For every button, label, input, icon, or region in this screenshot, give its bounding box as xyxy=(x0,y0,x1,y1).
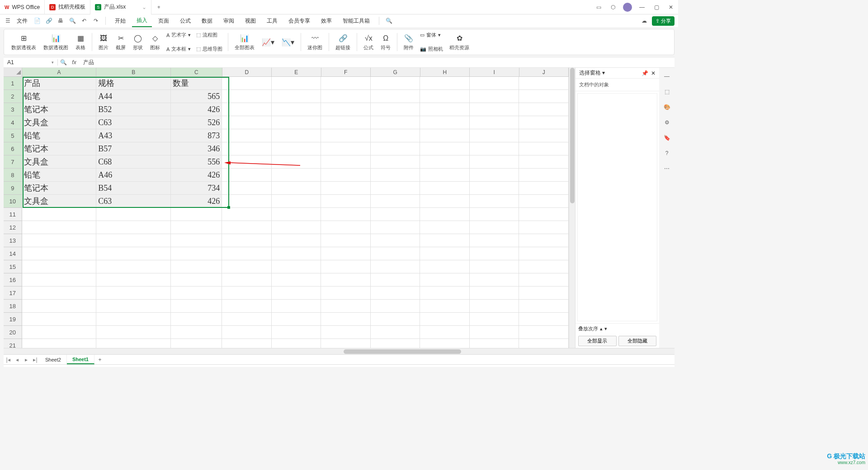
cell[interactable] xyxy=(222,260,272,273)
cell[interactable] xyxy=(371,273,420,287)
cell[interactable] xyxy=(371,221,420,234)
ribbon-mindmap[interactable]: ⬚ 思维导图 xyxy=(196,42,222,56)
sheet-nav-first[interactable]: |◂ xyxy=(4,357,13,363)
cell[interactable] xyxy=(519,129,569,142)
cell[interactable] xyxy=(519,142,569,155)
cell[interactable] xyxy=(371,300,420,313)
cell[interactable]: 文具盒 xyxy=(22,116,97,129)
cell[interactable] xyxy=(96,260,171,273)
hamburger-icon[interactable]: ☰ xyxy=(4,18,12,24)
cell[interactable] xyxy=(420,260,470,273)
hide-all-button[interactable]: 全部隐藏 xyxy=(618,336,657,346)
cell[interactable] xyxy=(96,234,171,247)
cell[interactable] xyxy=(222,195,272,208)
cell[interactable] xyxy=(470,77,519,90)
menutab-start[interactable]: 开始 xyxy=(110,15,130,27)
cell[interactable] xyxy=(222,155,272,169)
cell[interactable] xyxy=(272,247,321,260)
col-header-b[interactable]: B xyxy=(96,68,171,76)
ribbon-icons[interactable]: ◇图标 xyxy=(146,29,164,55)
row-header[interactable]: 21 xyxy=(4,339,22,348)
cell[interactable] xyxy=(470,260,519,273)
cell[interactable] xyxy=(420,103,470,116)
cell[interactable] xyxy=(22,260,97,273)
cell[interactable] xyxy=(321,313,371,326)
cell[interactable] xyxy=(222,169,272,182)
menutab-formula[interactable]: 公式 xyxy=(175,15,195,27)
cell[interactable] xyxy=(519,155,569,169)
cell[interactable] xyxy=(519,300,569,313)
menu-file[interactable]: 文件 xyxy=(14,17,30,25)
cell[interactable] xyxy=(22,300,97,313)
tab-document[interactable]: S 产品.xlsx ⌄ xyxy=(90,0,151,14)
sheet-tab-sheet2[interactable]: Sheet2 xyxy=(40,355,67,364)
cell[interactable] xyxy=(371,339,420,348)
cell[interactable] xyxy=(371,142,420,155)
cell[interactable] xyxy=(519,182,569,195)
cell[interactable] xyxy=(222,287,272,300)
cell[interactable]: 文具盒 xyxy=(22,195,97,208)
cell[interactable] xyxy=(519,247,569,260)
row-header[interactable]: 17 xyxy=(4,287,22,300)
col-header-f[interactable]: F xyxy=(321,68,371,76)
cell[interactable] xyxy=(272,234,321,247)
row-header[interactable]: 10 xyxy=(4,195,22,208)
cell[interactable] xyxy=(171,300,222,313)
move-up-icon[interactable]: ▴ xyxy=(600,326,603,332)
cell[interactable] xyxy=(420,287,470,300)
cell[interactable] xyxy=(519,208,569,221)
cell[interactable] xyxy=(470,287,519,300)
cell[interactable]: 产品 xyxy=(22,77,97,90)
cell[interactable]: A46 xyxy=(96,169,171,182)
cell[interactable] xyxy=(272,182,321,195)
tab-template[interactable]: D 找稻壳模板 xyxy=(45,0,90,14)
ribbon-form[interactable]: ▭ 窗体 ▾ xyxy=(420,28,443,42)
ribbon-camera[interactable]: 📷 照相机 xyxy=(420,42,443,56)
cell[interactable]: C63 xyxy=(96,195,171,208)
cell[interactable] xyxy=(371,208,420,221)
cell[interactable] xyxy=(519,169,569,182)
cell[interactable] xyxy=(321,260,371,273)
ribbon-all-charts[interactable]: 📊全部图表 xyxy=(231,29,258,55)
cell[interactable] xyxy=(321,195,371,208)
cell[interactable] xyxy=(470,221,519,234)
ribbon-screenshot[interactable]: ✂截屏 xyxy=(112,29,129,55)
cell[interactable] xyxy=(222,77,272,90)
ribbon-symbol[interactable]: Ω符号 xyxy=(377,29,394,55)
cell[interactable] xyxy=(222,142,272,155)
cell[interactable] xyxy=(321,182,371,195)
cell[interactable] xyxy=(420,77,470,90)
cell[interactable] xyxy=(222,247,272,260)
row-header[interactable]: 15 xyxy=(4,260,22,273)
cell[interactable]: B52 xyxy=(96,103,171,116)
grid-view-icon[interactable]: ⊞ xyxy=(571,366,579,367)
cell[interactable] xyxy=(420,155,470,169)
cell[interactable] xyxy=(371,195,420,208)
link-icon[interactable]: 🔗 xyxy=(44,16,54,26)
cell[interactable]: 铅笔 xyxy=(22,169,97,182)
cell[interactable] xyxy=(171,260,222,273)
cell[interactable] xyxy=(519,313,569,326)
cell[interactable] xyxy=(171,208,222,221)
horizontal-scrollbar[interactable] xyxy=(4,348,675,354)
tab-dropdown-icon[interactable]: ⌄ xyxy=(142,4,146,10)
ribbon-textbox[interactable]: A 文本框 ▾ xyxy=(166,42,191,56)
row-header[interactable]: 8 xyxy=(4,169,22,182)
cell[interactable] xyxy=(371,129,420,142)
cell[interactable] xyxy=(420,300,470,313)
cell[interactable] xyxy=(171,273,222,287)
cell[interactable] xyxy=(272,142,321,155)
cell[interactable] xyxy=(222,129,272,142)
cell[interactable]: A44 xyxy=(96,90,171,103)
row-header[interactable]: 16 xyxy=(4,273,22,287)
fx-icon[interactable]: fx xyxy=(69,59,80,66)
cell[interactable]: C68 xyxy=(96,155,171,169)
cell[interactable] xyxy=(171,326,222,339)
normal-view-icon[interactable]: ▦ xyxy=(582,366,590,367)
cell[interactable] xyxy=(470,247,519,260)
cell[interactable] xyxy=(272,287,321,300)
minimize-button[interactable]: — xyxy=(635,0,649,14)
row-header[interactable]: 6 xyxy=(4,142,22,155)
menutab-page[interactable]: 页面 xyxy=(154,15,174,27)
cell[interactable]: 规格 xyxy=(96,77,171,90)
